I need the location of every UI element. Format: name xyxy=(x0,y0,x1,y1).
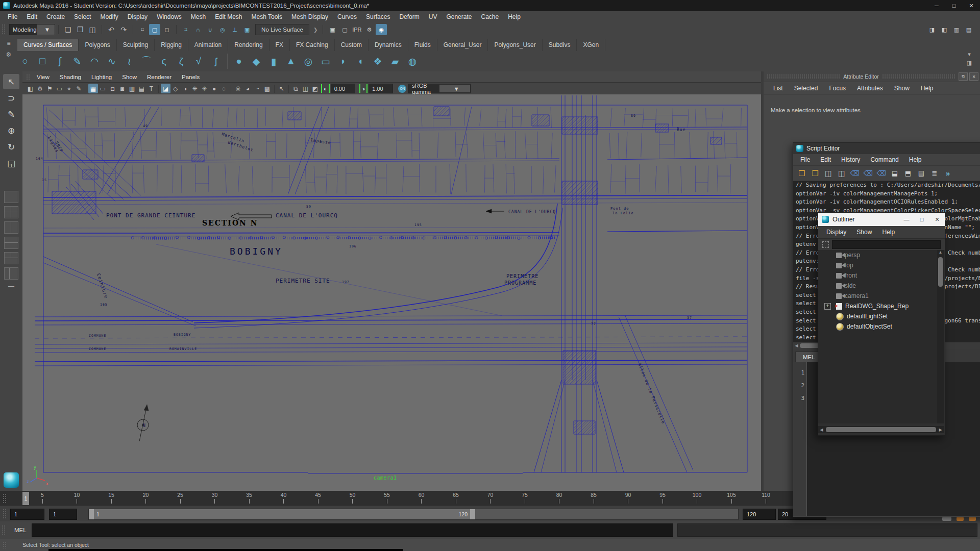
outliner-item[interactable]: top xyxy=(818,260,944,270)
rotate-tool-icon[interactable]: ↻ xyxy=(3,139,19,155)
smooth-wireframe-icon[interactable]: ▩ xyxy=(262,84,272,93)
shelf-tab[interactable]: Polygons_User xyxy=(488,39,542,51)
drag-grip[interactable] xyxy=(3,493,7,504)
show-history-pane-icon[interactable]: ⬓ xyxy=(889,168,900,179)
pane-tear-off-icon[interactable]: ◩ xyxy=(310,84,320,93)
extrude-icon[interactable]: ▰ xyxy=(387,54,403,69)
save-script-icon[interactable]: ◫ xyxy=(823,168,834,179)
offset-curve-icon[interactable]: √ xyxy=(191,54,206,69)
menu-item[interactable]: Deform xyxy=(395,13,424,20)
color-management-icon[interactable]: ◉ xyxy=(376,24,387,35)
grid-icon[interactable]: ▦ xyxy=(88,84,98,93)
outliner-menu-item[interactable]: Help xyxy=(877,229,900,236)
panel-menu-item[interactable]: Panels xyxy=(177,74,205,80)
range-slider-bar[interactable]: 1 120 xyxy=(89,509,475,519)
animation-start-field[interactable]: 1 xyxy=(10,509,44,520)
playback-end-field[interactable]: 120 xyxy=(743,509,776,520)
redo-icon[interactable]: ↷ xyxy=(118,24,129,35)
occlusion-icon[interactable]: ◌ xyxy=(219,84,229,93)
layout-single-icon[interactable] xyxy=(4,191,18,203)
menu-item[interactable]: Modify xyxy=(95,13,122,20)
lasso-tool-icon[interactable]: ⊃ xyxy=(3,90,19,106)
menu-item[interactable]: Edit xyxy=(22,13,42,20)
command-line-language-label[interactable]: MEL xyxy=(14,527,27,533)
scroll-left-icon[interactable]: ◀ xyxy=(818,428,825,432)
script-editor-menu-item[interactable]: Command xyxy=(865,156,903,163)
attribute-editor-header[interactable]: Attribute Editor ⧉✕ xyxy=(764,71,980,82)
close-panel-icon[interactable]: ✕ xyxy=(969,72,978,81)
panel-menu-item[interactable]: View xyxy=(32,74,55,80)
rebuild-curve-icon[interactable]: ʃ xyxy=(208,54,224,69)
ipr-render-icon[interactable]: IPR xyxy=(351,24,362,35)
minimize-icon[interactable]: — xyxy=(899,213,914,226)
outliner-menu-item[interactable]: Show xyxy=(851,229,877,236)
render-view-icon[interactable]: ▣ xyxy=(327,24,338,35)
use-all-lights-icon[interactable]: ☀ xyxy=(200,84,209,93)
outliner-item[interactable]: defaultObjectSet xyxy=(818,321,944,332)
layout-minimize-icon[interactable]: ― xyxy=(8,283,14,290)
menu-item[interactable]: Help xyxy=(503,13,525,20)
ep-curve-icon[interactable]: ∫ xyxy=(52,54,67,69)
shelf-menu-icon[interactable]: ≡ xyxy=(7,40,10,47)
image-plane-icon[interactable]: ▭ xyxy=(55,84,64,93)
undo-icon[interactable]: ↶ xyxy=(106,24,117,35)
range-slider-track[interactable]: 1 120 xyxy=(88,509,739,520)
echo-commands-icon[interactable]: ≣ xyxy=(929,168,940,179)
wireframe-on-shaded-icon[interactable]: ◪ xyxy=(161,84,170,93)
menu-item[interactable]: Surfaces xyxy=(361,13,395,20)
drag-grip[interactable] xyxy=(3,509,7,519)
outliner-item[interactable]: persp xyxy=(818,250,944,260)
planar-icon[interactable]: ❖ xyxy=(370,54,385,69)
dock-icon[interactable]: ⧉ xyxy=(959,72,968,81)
shelf-tab[interactable]: Custom xyxy=(335,39,369,51)
shelf-tab[interactable]: General_User xyxy=(437,39,488,51)
range-left-handle[interactable] xyxy=(89,509,94,519)
panel-menu-item[interactable]: Lighting xyxy=(86,74,117,80)
clear-input-icon[interactable]: ⌫ xyxy=(863,168,874,179)
outliner-item[interactable]: RealDWG_Shape_Rep xyxy=(818,301,944,311)
nurbs-torus-icon[interactable]: ◎ xyxy=(301,54,316,69)
menu-item[interactable]: Generate xyxy=(442,13,476,20)
shelf-gear-icon[interactable]: ⚙ xyxy=(6,51,12,58)
scrollbar-thumb[interactable] xyxy=(938,257,943,287)
attribute-editor-menu-item[interactable]: Selected xyxy=(789,85,824,92)
outliner-list[interactable]: persp top front side xyxy=(818,250,944,423)
scrollbar-thumb[interactable] xyxy=(826,427,936,432)
scroll-up-icon[interactable]: ▲ xyxy=(937,250,944,256)
attach-curves-icon[interactable]: ≀ xyxy=(121,54,137,69)
attribute-editor-menu-item[interactable]: Focus xyxy=(823,85,851,92)
panel-menu-item[interactable]: Shading xyxy=(55,74,86,80)
shelf-tab[interactable]: FX Caching xyxy=(290,39,335,51)
exposure-value[interactable]: 0.00 xyxy=(331,84,355,93)
panel-menu-item[interactable]: Show xyxy=(117,74,142,80)
outliner-hscrollbar[interactable]: ◀ ▶ xyxy=(818,426,944,433)
select-camera-icon[interactable]: ◧ xyxy=(26,84,35,93)
panel-grip[interactable] xyxy=(26,74,30,80)
outliner-item[interactable]: front xyxy=(818,270,944,281)
revolve-icon[interactable]: ◗ xyxy=(335,54,351,69)
script-editor-title-bar[interactable]: Script Editor xyxy=(793,143,980,154)
clear-all-icon[interactable]: ⌫ xyxy=(876,168,887,179)
shelf-tab[interactable]: Subdivs xyxy=(543,39,577,51)
pane-layout-icon[interactable]: ⧉ xyxy=(291,84,301,93)
exposure-icon[interactable]: ◐ xyxy=(321,84,330,93)
menu-item[interactable]: UV xyxy=(424,13,442,20)
snap-curve-icon[interactable]: ∩ xyxy=(192,24,204,35)
film-gate-icon[interactable]: ▭ xyxy=(98,84,108,93)
insert-knot-icon[interactable]: ς xyxy=(156,54,172,69)
filter-icon[interactable] xyxy=(822,241,829,248)
shelf-popup-icon[interactable]: ▾ xyxy=(968,51,971,58)
load-script-icon[interactable]: ❒ xyxy=(796,168,807,179)
menu-item[interactable]: Windows xyxy=(152,13,186,20)
bookmark-icon[interactable]: ⚑ xyxy=(45,84,55,93)
toggle-workspace-icon[interactable]: ▤ xyxy=(963,24,974,35)
shelf-options-icon[interactable]: ◨ xyxy=(967,60,972,66)
new-scene-icon[interactable]: ❏ xyxy=(62,24,74,35)
default-material-icon[interactable]: ◇ xyxy=(170,84,180,93)
select-object-icon[interactable]: ▢ xyxy=(149,24,160,35)
clear-history-icon[interactable]: ⌫ xyxy=(849,168,861,179)
outliner-item[interactable]: camera1 xyxy=(818,291,944,301)
shelf-tab[interactable]: Rigging xyxy=(155,39,188,51)
drag-grip[interactable] xyxy=(3,541,7,548)
scroll-left-icon[interactable]: ◀ xyxy=(793,343,800,348)
